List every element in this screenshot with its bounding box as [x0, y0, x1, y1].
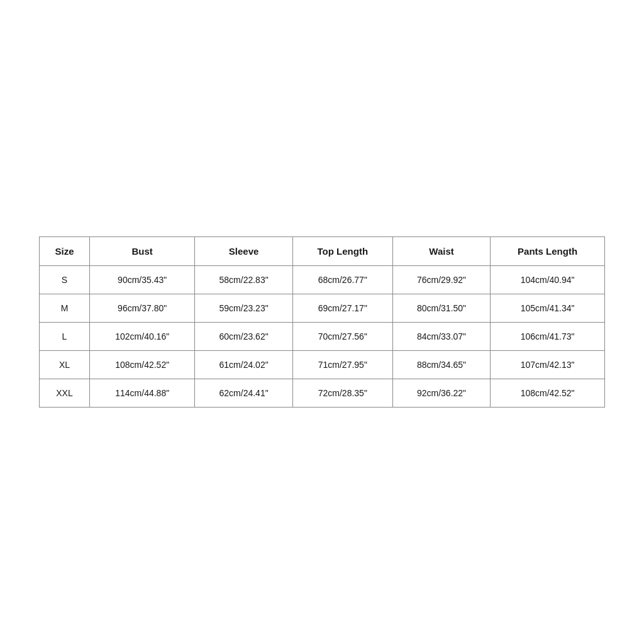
header-size: Size: [40, 237, 90, 266]
table-row: L102cm/40.16"60cm/23.62"70cm/27.56"84cm/…: [40, 323, 605, 351]
cell-waist: 92cm/36.22": [392, 379, 490, 408]
cell-waist: 84cm/33.07": [392, 323, 490, 351]
cell-top_length: 69cm/27.17": [292, 294, 392, 323]
cell-pants_length: 107cm/42.13": [491, 351, 605, 379]
cell-bust: 90cm/35.43": [89, 266, 195, 294]
cell-sleeve: 62cm/24.41": [195, 379, 292, 408]
cell-top_length: 72cm/28.35": [292, 379, 392, 408]
header-sleeve: Sleeve: [195, 237, 292, 266]
cell-bust: 108cm/42.52": [89, 351, 195, 379]
cell-sleeve: 60cm/23.62": [195, 323, 292, 351]
cell-size: XXL: [40, 379, 90, 408]
cell-size: S: [40, 266, 90, 294]
cell-bust: 96cm/37.80": [89, 294, 195, 323]
cell-waist: 80cm/31.50": [392, 294, 490, 323]
table-row: S90cm/35.43"58cm/22.83"68cm/26.77"76cm/2…: [40, 266, 605, 294]
header-top-length: Top Length: [292, 237, 392, 266]
cell-waist: 88cm/34.65": [392, 351, 490, 379]
cell-sleeve: 59cm/23.23": [195, 294, 292, 323]
table-row: XL108cm/42.52"61cm/24.02"71cm/27.95"88cm…: [40, 351, 605, 379]
cell-bust: 114cm/44.88": [89, 379, 195, 408]
cell-size: M: [40, 294, 90, 323]
cell-top_length: 68cm/26.77": [292, 266, 392, 294]
cell-sleeve: 61cm/24.02": [195, 351, 292, 379]
cell-top_length: 71cm/27.95": [292, 351, 392, 379]
header-pants-length: Pants Length: [491, 237, 605, 266]
cell-top_length: 70cm/27.56": [292, 323, 392, 351]
cell-pants_length: 105cm/41.34": [491, 294, 605, 323]
cell-pants_length: 106cm/41.73": [491, 323, 605, 351]
table-row: XXL114cm/44.88"62cm/24.41"72cm/28.35"92c…: [40, 379, 605, 408]
table-row: M96cm/37.80"59cm/23.23"69cm/27.17"80cm/3…: [40, 294, 605, 323]
cell-bust: 102cm/40.16": [89, 323, 195, 351]
cell-sleeve: 58cm/22.83": [195, 266, 292, 294]
table-header-row: Size Bust Sleeve Top Length Waist Pants …: [40, 237, 605, 266]
page-wrapper: Size Bust Sleeve Top Length Waist Pants …: [0, 0, 644, 644]
cell-pants_length: 108cm/42.52": [491, 379, 605, 408]
cell-size: XL: [40, 351, 90, 379]
size-chart-table: Size Bust Sleeve Top Length Waist Pants …: [39, 236, 605, 408]
cell-pants_length: 104cm/40.94": [491, 266, 605, 294]
header-bust: Bust: [89, 237, 195, 266]
header-waist: Waist: [392, 237, 490, 266]
cell-waist: 76cm/29.92": [392, 266, 490, 294]
cell-size: L: [40, 323, 90, 351]
size-chart-container: Size Bust Sleeve Top Length Waist Pants …: [39, 236, 605, 408]
